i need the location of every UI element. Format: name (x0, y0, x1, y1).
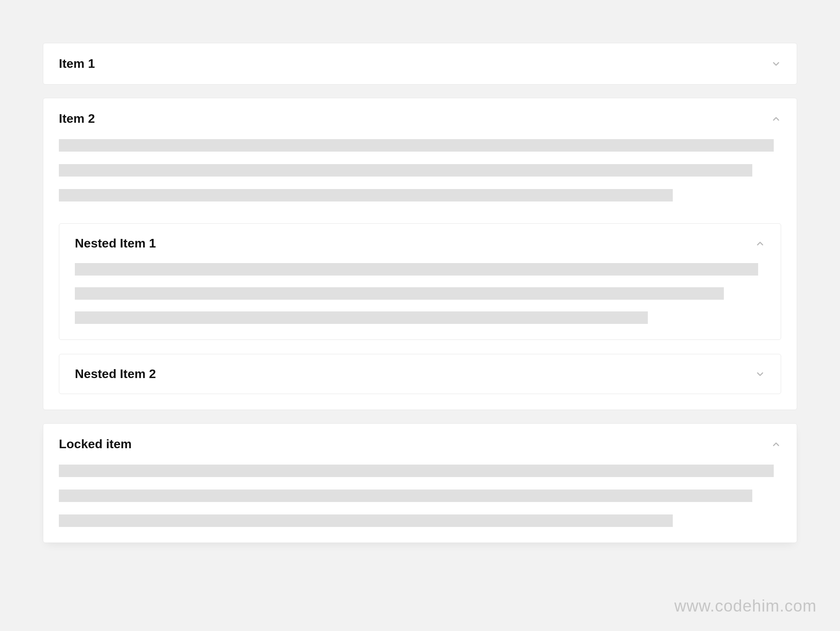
watermark-text: www.codehim.com (674, 597, 817, 615)
accordion-header-locked[interactable]: Locked item (43, 424, 797, 465)
placeholder-line (59, 189, 673, 201)
accordion-item-locked: Locked item (43, 423, 797, 543)
accordion-item-1: Item 1 (43, 43, 797, 85)
placeholder-line (75, 287, 724, 300)
placeholder-line (59, 514, 673, 527)
accordion-body-item-2: Nested Item 1 (43, 139, 797, 410)
nested-item-2: Nested Item 2 (59, 354, 781, 394)
accordion-container: Item 1 Item 2 Nested Item 1 (43, 43, 797, 543)
accordion-header-item-1[interactable]: Item 1 (43, 43, 797, 84)
placeholder-line (59, 139, 774, 152)
placeholder-line (59, 164, 752, 177)
placeholder-content (59, 139, 781, 201)
accordion-title: Locked item (59, 437, 132, 451)
accordion-body-locked (43, 465, 797, 543)
nested-title: Nested Item 2 (75, 367, 156, 381)
chevron-down-icon (771, 59, 781, 69)
nested-header-item-1[interactable]: Nested Item 1 (59, 224, 781, 263)
placeholder-line (59, 490, 752, 502)
accordion-title: Item 1 (59, 57, 95, 71)
accordion-header-item-2[interactable]: Item 2 (43, 98, 797, 139)
nested-item-1: Nested Item 1 (59, 223, 781, 340)
nested-header-item-2[interactable]: Nested Item 2 (59, 354, 781, 394)
chevron-down-icon (755, 369, 765, 379)
placeholder-content (59, 465, 781, 527)
chevron-up-icon (771, 114, 781, 124)
placeholder-line (75, 263, 758, 276)
placeholder-line (59, 465, 774, 477)
placeholder-line (75, 311, 648, 324)
nested-accordion-container: Nested Item 1 (59, 223, 781, 394)
placeholder-content (75, 263, 765, 324)
chevron-up-icon (771, 439, 781, 449)
accordion-item-2: Item 2 Nested Item 1 (43, 98, 797, 410)
nested-title: Nested Item 1 (75, 236, 156, 251)
accordion-title: Item 2 (59, 111, 95, 126)
chevron-up-icon (755, 239, 765, 249)
nested-body-item-1 (59, 263, 781, 339)
